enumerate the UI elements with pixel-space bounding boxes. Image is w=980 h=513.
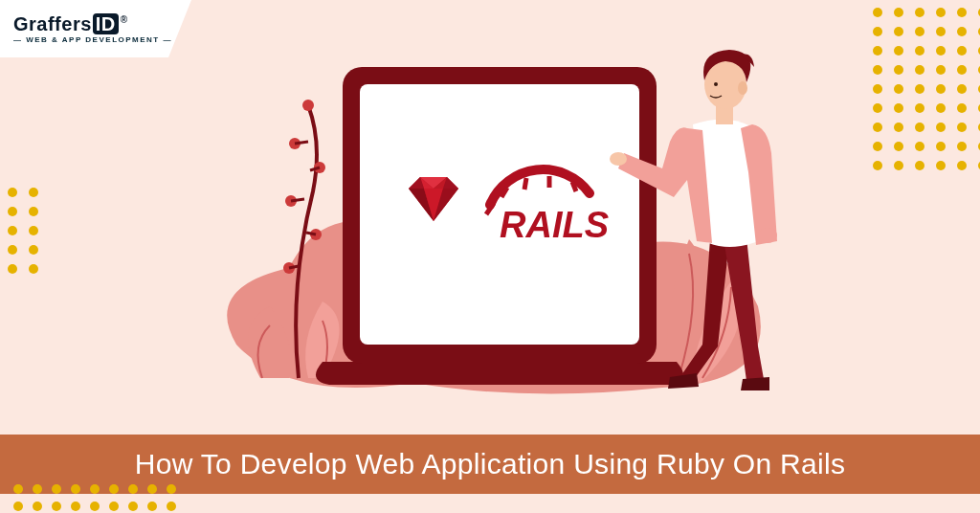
hero-illustration: RAILS — [145, 0, 835, 435]
decorative-dot — [873, 142, 882, 151]
brand-logo: GraffersID® — WEB & APP DEVELOPMENT — — [0, 0, 191, 57]
decorative-dot — [13, 502, 23, 511]
decorative-dot — [915, 84, 924, 94]
decorative-dot — [90, 502, 100, 511]
decorative-dot — [167, 484, 176, 494]
svg-point-30 — [714, 82, 718, 86]
brand-name: GraffersID® — [13, 13, 191, 35]
decorative-dot — [147, 484, 157, 494]
decorative-dot — [873, 8, 882, 17]
decorative-dot — [873, 123, 882, 132]
svg-line-9 — [306, 233, 316, 234]
decorative-dot — [873, 84, 882, 94]
decorative-dot — [33, 484, 42, 494]
decorative-dot — [894, 27, 903, 36]
decorative-dot — [894, 46, 903, 56]
decorative-dot — [8, 207, 17, 216]
decorative-dots-top-right: for(let i=0;i<63;i++)document.write('<di… — [873, 8, 980, 170]
decorative-dot — [33, 502, 42, 511]
decorative-dot — [936, 123, 946, 132]
decorative-dot — [894, 123, 903, 132]
decorative-dot — [915, 46, 924, 56]
decorative-dot — [957, 65, 967, 75]
banner-title: How To Develop Web Application Using Rub… — [135, 448, 846, 480]
decorative-dot — [936, 142, 946, 151]
decorative-dot — [894, 161, 903, 170]
decorative-dot — [109, 502, 119, 511]
svg-point-0 — [302, 100, 314, 111]
decorative-dot — [894, 65, 903, 75]
decorative-dot — [936, 161, 946, 170]
decorative-dot — [29, 226, 38, 235]
decorative-dot — [957, 103, 967, 113]
decorative-dots-bottom-left: for(let i=0;i<18;i++)document.write('<di… — [13, 484, 176, 511]
brand-name-part2: ID — [93, 13, 119, 34]
brand-tagline: — WEB & APP DEVELOPMENT — — [13, 35, 191, 44]
decorative-dot — [29, 207, 38, 216]
decorative-dot — [915, 161, 924, 170]
illustration-svg: RAILS — [145, 0, 835, 435]
decorative-dot — [109, 484, 119, 494]
decorative-dot — [957, 46, 967, 56]
decorative-dot — [957, 27, 967, 36]
decorative-dot — [957, 142, 967, 151]
svg-point-29 — [738, 81, 747, 95]
decorative-dot — [873, 65, 882, 75]
svg-point-31 — [610, 152, 627, 166]
svg-line-10 — [289, 266, 299, 268]
decorative-dot — [936, 27, 946, 36]
decorative-dot — [873, 27, 882, 36]
decorative-dot — [957, 161, 967, 170]
brand-name-part1: Graffers — [13, 13, 92, 34]
decorative-dot — [894, 103, 903, 113]
svg-line-8 — [291, 199, 304, 201]
rails-label: RAILS — [500, 205, 609, 245]
decorative-dot — [894, 142, 903, 151]
decorative-dot — [915, 8, 924, 17]
decorative-dot — [167, 502, 176, 511]
decorative-dot — [915, 123, 924, 132]
decorative-dot — [957, 8, 967, 17]
decorative-dot — [873, 46, 882, 56]
decorative-dot — [13, 484, 23, 494]
decorative-dot — [8, 264, 17, 274]
decorative-dot — [936, 103, 946, 113]
decorative-dot — [147, 502, 157, 511]
decorative-dot — [8, 226, 17, 235]
decorative-dot — [936, 65, 946, 75]
decorative-dot — [29, 245, 38, 255]
decorative-dot — [936, 46, 946, 56]
decorative-dot — [936, 8, 946, 17]
svg-point-32 — [758, 228, 777, 243]
decorative-dot — [128, 484, 138, 494]
svg-line-6 — [295, 142, 308, 144]
decorative-dot — [936, 84, 946, 94]
decorative-dot — [71, 502, 80, 511]
decorative-dot — [915, 103, 924, 113]
svg-line-24 — [524, 178, 526, 190]
decorative-dot — [71, 484, 80, 494]
decorative-dot — [915, 27, 924, 36]
decorative-dot — [894, 84, 903, 94]
decorative-dot — [915, 142, 924, 151]
decorative-dot — [90, 484, 100, 494]
decorative-dot — [29, 188, 38, 197]
decorative-dot — [957, 84, 967, 94]
decorative-dot — [915, 65, 924, 75]
decorative-dot — [873, 103, 882, 113]
decorative-dots-mid-left: for(let i=0;i<15;i++)document.write('<di… — [0, 188, 38, 274]
decorative-dot — [957, 123, 967, 132]
decorative-dot — [128, 502, 138, 511]
decorative-dot — [873, 161, 882, 170]
registered-mark: ® — [121, 14, 128, 25]
decorative-dot — [8, 188, 17, 197]
decorative-dot — [894, 8, 903, 17]
decorative-dot — [29, 264, 38, 274]
decorative-dot — [8, 245, 17, 255]
decorative-dot — [52, 502, 61, 511]
decorative-dot — [52, 484, 61, 494]
